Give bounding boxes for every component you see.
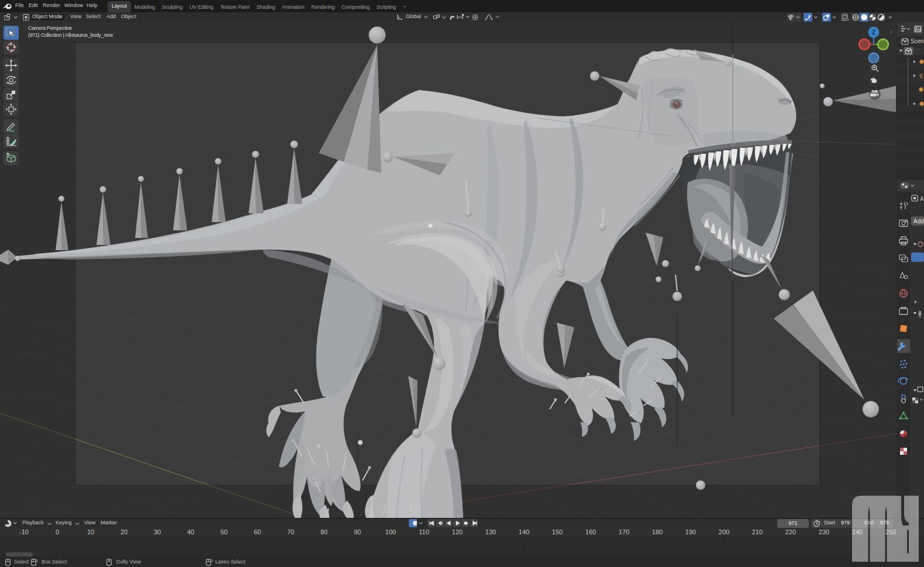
svg-text:210: 210 (752, 528, 763, 535)
svg-text:A: A (920, 196, 924, 202)
svg-text:80: 80 (320, 528, 327, 535)
svg-text:180: 180 (652, 528, 663, 535)
svg-text:9: 9 (919, 73, 923, 79)
svg-text:170: 170 (619, 528, 629, 535)
svg-text:90: 90 (354, 528, 361, 535)
svg-text:20: 20 (120, 528, 127, 535)
svg-text:40: 40 (187, 528, 194, 535)
svg-text:190: 190 (685, 528, 696, 535)
svg-text:220: 220 (785, 528, 796, 535)
svg-text:160: 160 (585, 528, 596, 535)
svg-text:200: 200 (719, 528, 729, 535)
svg-text:70: 70 (287, 528, 294, 535)
svg-text:Z: Z (872, 29, 875, 36)
svg-text:60: 60 (254, 528, 261, 535)
svg-text:110: 110 (419, 528, 429, 535)
svg-text:10: 10 (87, 528, 94, 535)
svg-text:Add: Add (913, 218, 924, 224)
svg-text:100: 100 (385, 528, 396, 535)
svg-text:-10: -10 (19, 528, 29, 535)
svg-text:Scen: Scen (911, 38, 924, 44)
svg-text:50: 50 (220, 528, 227, 535)
svg-text:30: 30 (154, 528, 161, 535)
svg-text:0: 0 (56, 528, 59, 535)
svg-text:150: 150 (552, 528, 563, 535)
svg-text:130: 130 (485, 528, 496, 535)
svg-text:120: 120 (452, 528, 463, 535)
svg-text:140: 140 (519, 528, 529, 535)
svg-text:230: 230 (819, 528, 829, 535)
